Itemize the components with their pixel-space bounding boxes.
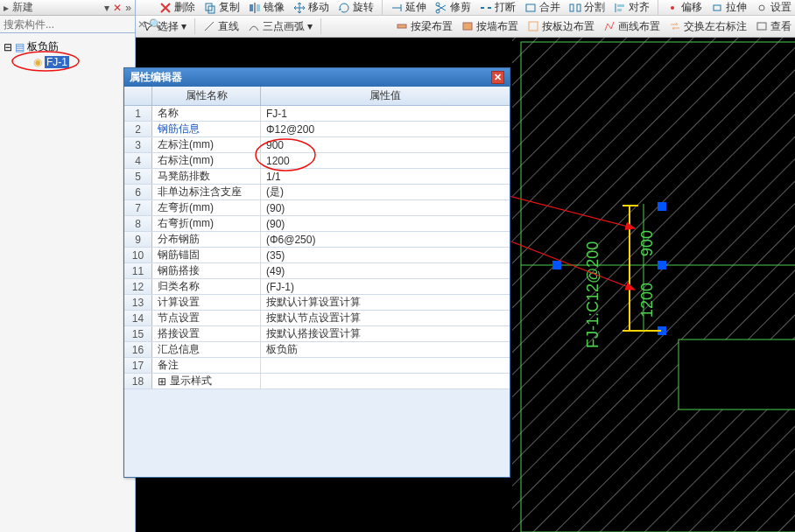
copy-icon (204, 2, 216, 14)
search-bar: ✕ 🔍 (0, 16, 135, 33)
property-name[interactable]: 计算设置 (152, 295, 261, 310)
property-name[interactable]: 汇总信息 (152, 342, 261, 357)
property-name[interactable]: 备注 (152, 358, 261, 373)
property-value[interactable]: 板负筋 (261, 342, 510, 357)
svg-rect-22 (463, 23, 472, 30)
by-slab-edge-button[interactable]: 按板边布置 (524, 18, 598, 35)
move-button[interactable]: 移动 (290, 0, 333, 16)
select-button[interactable]: 选择▾ (139, 18, 190, 35)
property-value[interactable]: (90) (261, 216, 510, 231)
trim-button[interactable]: 修剪 (432, 0, 475, 16)
by-beam-button[interactable]: 按梁布置 (392, 18, 456, 35)
search-input[interactable] (4, 18, 135, 31)
property-value[interactable]: (FJ-1) (261, 279, 510, 294)
collapse-icon[interactable]: ⊟ (4, 41, 12, 53)
svg-rect-32 (552, 261, 561, 270)
property-name[interactable]: 右弯折(mm) (152, 216, 261, 231)
property-row: 18⊞显示样式 (124, 374, 510, 389)
property-value[interactable]: 1200 (261, 153, 510, 168)
property-name[interactable]: 名称 (152, 106, 261, 121)
property-name[interactable]: 钢筋信息 (152, 122, 261, 136)
property-value[interactable]: (35) (261, 248, 510, 262)
property-value[interactable]: 按默认节点设置计算 (261, 311, 510, 326)
offset-button[interactable]: 偏移 (663, 0, 706, 16)
draw-line-button[interactable]: 画线布置 (600, 18, 664, 35)
align-button[interactable]: 对齐 (610, 0, 653, 16)
swap-lr-button[interactable]: 交换左右标注 (665, 18, 750, 35)
mirror-button[interactable]: 镜像 (245, 0, 288, 16)
svg-rect-12 (570, 4, 573, 11)
property-body: 1名称FJ-12钢筋信息Φ12@2003左标注(mm)9004右标注(mm)12… (124, 106, 510, 389)
property-value[interactable]: (是) (261, 185, 510, 200)
toolbar-mid: 选择▾ 直线 三点画弧▾ 按梁布置 按墙布置 按板边布置 画线布置 交换左右标注… (136, 16, 795, 38)
break-button[interactable]: 打断 (476, 0, 519, 16)
search-icon[interactable]: 🔍 (149, 18, 162, 31)
property-name[interactable]: 马凳筋排数 (152, 169, 261, 184)
property-value[interactable]: 按默认搭接设置计算 (261, 326, 510, 341)
tree-root[interactable]: ⊟ ▤ 板负筋 (4, 38, 131, 55)
property-name[interactable]: 左弯折(mm) (152, 200, 261, 215)
col-value-header: 属性值 (261, 87, 510, 105)
tree-child[interactable]: ◉ FJ-1 (4, 55, 131, 69)
clear-icon[interactable]: ✕ (137, 18, 146, 31)
property-value[interactable]: 1/1 (261, 169, 510, 184)
svg-line-20 (205, 22, 214, 31)
delete-icon (159, 2, 172, 14)
close-button[interactable]: ✕ (491, 71, 504, 84)
svg-rect-31 (679, 340, 795, 410)
copy-button[interactable]: 复制 (201, 0, 243, 16)
property-name[interactable]: 非单边标注含支座 (152, 185, 261, 200)
by-wall-button[interactable]: 按墙布置 (458, 18, 522, 35)
property-name[interactable]: 左标注(mm) (152, 137, 261, 152)
property-value[interactable] (261, 374, 510, 388)
extend-button[interactable]: 延伸 (387, 0, 430, 16)
dropdown-icon: ▾ (181, 20, 186, 32)
settings-button[interactable]: 设置 (752, 0, 795, 16)
dialog-titlebar[interactable]: 属性编辑器 ✕ (124, 68, 510, 87)
row-number: 16 (124, 342, 152, 357)
merge-button[interactable]: 合并 (521, 0, 564, 16)
new-dropdown[interactable]: ▸ 新建 ▾ ✕ » (0, 0, 135, 16)
chevron-down-icon: ▾ (104, 2, 109, 14)
property-row: 7左弯折(mm)(90) (124, 200, 510, 216)
property-value[interactable]: FJ-1 (261, 106, 510, 121)
property-value[interactable]: (Φ6@250) (261, 232, 510, 247)
property-value[interactable]: (90) (261, 200, 510, 215)
line-icon (203, 20, 215, 32)
svg-rect-15 (617, 4, 624, 7)
svg-rect-2 (250, 4, 253, 11)
property-name[interactable]: 钢筋锚固 (152, 248, 261, 262)
property-name[interactable]: ⊞显示样式 (152, 374, 261, 388)
gear-icon (756, 2, 768, 14)
split-button[interactable]: 分割 (566, 0, 609, 16)
property-value[interactable]: (49) (261, 263, 510, 278)
close-icon[interactable]: ✕ (113, 2, 122, 14)
property-value[interactable]: Φ12@200 (261, 122, 510, 136)
break-icon (480, 2, 492, 14)
property-name[interactable]: 右标注(mm) (152, 153, 261, 168)
property-name[interactable]: 分布钢筋 (152, 232, 261, 247)
row-number: 8 (124, 216, 152, 231)
view-button[interactable]: 查看 (752, 18, 795, 35)
delete-button[interactable]: 删除 (156, 0, 199, 16)
rotate-button[interactable]: 旋转 (334, 0, 377, 16)
split-icon (569, 2, 581, 14)
tree-item-selected[interactable]: FJ-1 (45, 56, 69, 68)
row-number: 13 (124, 295, 152, 310)
property-row: 2钢筋信息Φ12@200 (124, 122, 510, 137)
expand-icon[interactable]: ⊞ (158, 375, 166, 388)
property-value[interactable]: 900 (261, 137, 510, 152)
property-value[interactable]: 按默认计算设置计算 (261, 295, 510, 310)
line-button[interactable]: 直线 (200, 18, 243, 35)
property-name[interactable]: 归类名称 (152, 279, 261, 294)
property-name[interactable]: 钢筋搭接 (152, 263, 261, 278)
property-row: 15搭接设置按默认搭接设置计算 (124, 326, 510, 342)
more-icon[interactable]: » (125, 2, 131, 14)
property-row: 5马凳筋排数1/1 (124, 169, 510, 185)
row-number: 6 (124, 185, 152, 200)
property-name[interactable]: 搭接设置 (152, 326, 261, 341)
property-value[interactable] (261, 358, 510, 373)
property-name[interactable]: 节点设置 (152, 311, 261, 326)
stretch-button[interactable]: 拉伸 (707, 0, 750, 16)
arc3-button[interactable]: 三点画弧▾ (244, 18, 316, 35)
